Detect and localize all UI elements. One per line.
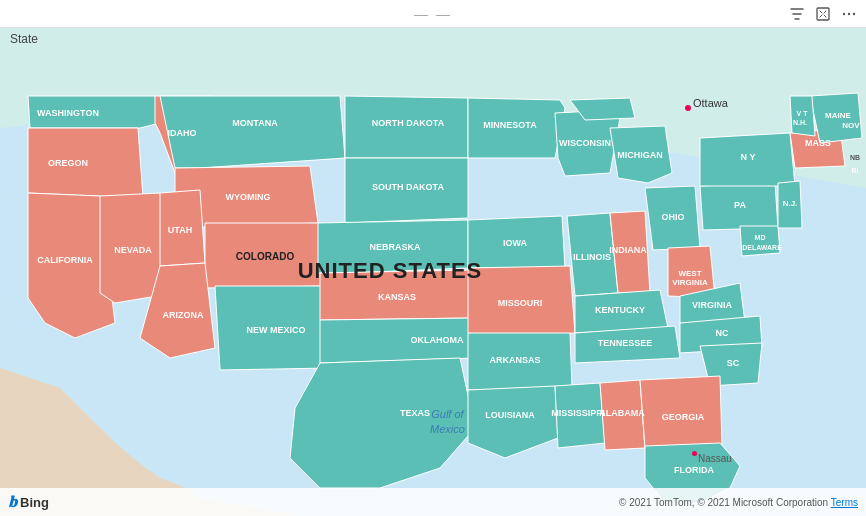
svg-text:SC: SC [727, 358, 740, 368]
svg-text:GEORGIA: GEORGIA [662, 412, 705, 422]
svg-text:NOV: NOV [842, 121, 860, 130]
map-container: — — State [0, 0, 866, 516]
svg-text:NEBRASKA: NEBRASKA [369, 242, 421, 252]
svg-text:CALIFORNIA: CALIFORNIA [37, 255, 93, 265]
svg-text:N.H.: N.H. [793, 119, 807, 126]
svg-text:FLORIDA: FLORIDA [674, 465, 714, 475]
expand-icon[interactable] [814, 5, 832, 23]
svg-text:NC: NC [716, 328, 729, 338]
bing-b-icon: 𝐛 [8, 493, 17, 511]
svg-text:UTAH: UTAH [168, 225, 192, 235]
more-icon[interactable] [840, 5, 858, 23]
drag-handle[interactable]: — — [414, 6, 452, 22]
svg-point-3 [853, 12, 855, 14]
svg-text:TEXAS: TEXAS [400, 408, 430, 418]
svg-text:IOWA: IOWA [503, 238, 527, 248]
svg-text:NEVADA: NEVADA [114, 245, 152, 255]
bing-text: Bing [20, 495, 49, 510]
svg-text:ARIZONA: ARIZONA [163, 310, 204, 320]
nassau-label: Nassau [698, 453, 732, 464]
svg-text:MINNESOTA: MINNESOTA [483, 120, 537, 130]
svg-text:MD: MD [755, 234, 766, 241]
bing-logo: 𝐛 Bing [8, 493, 49, 511]
svg-text:KENTUCKY: KENTUCKY [595, 305, 645, 315]
svg-text:ILLINOIS: ILLINOIS [573, 252, 611, 262]
svg-text:PA: PA [734, 200, 746, 210]
nassau-dot [692, 451, 697, 456]
svg-text:ARKANSAS: ARKANSAS [489, 355, 540, 365]
svg-text:N Y: N Y [741, 152, 756, 162]
copyright-label: © 2021 TomTom, © 2021 Microsoft Corporat… [619, 497, 828, 508]
svg-text:KANSAS: KANSAS [378, 292, 416, 302]
svg-text:WISCONSIN: WISCONSIN [559, 138, 611, 148]
svg-text:NEW MEXICO: NEW MEXICO [246, 325, 305, 335]
svg-text:MONTANA: MONTANA [232, 118, 278, 128]
toolbar-icons [788, 5, 858, 23]
svg-text:MAINE: MAINE [825, 111, 851, 120]
svg-text:INDIANA: INDIANA [609, 245, 647, 255]
bottom-bar: 𝐛 Bing © 2021 TomTom, © 2021 Microsoft C… [0, 488, 866, 516]
svg-point-2 [848, 12, 850, 14]
map-svg-container: WASHINGTON OREGON CALIFORNIA NEVADA IDAH… [0, 28, 866, 516]
svg-text:MICHIGAN: MICHIGAN [617, 150, 663, 160]
svg-text:MISSISSIPPI: MISSISSIPPI [551, 408, 605, 418]
svg-text:IDAHO: IDAHO [168, 128, 197, 138]
toolbar: — — [0, 0, 866, 28]
svg-text:N.J.: N.J. [783, 199, 798, 208]
svg-text:WYOMING: WYOMING [226, 192, 271, 202]
svg-text:NORTH DAKOTA: NORTH DAKOTA [372, 118, 445, 128]
ottawa-label: Ottawa [693, 97, 728, 109]
svg-text:MASS: MASS [805, 138, 831, 148]
svg-text:SOUTH DAKOTA: SOUTH DAKOTA [372, 182, 444, 192]
svg-text:RI: RI [852, 167, 859, 174]
svg-text:LOUISIANA: LOUISIANA [485, 410, 535, 420]
svg-rect-0 [817, 8, 829, 20]
svg-text:WEST: WEST [678, 269, 701, 278]
svg-point-1 [843, 12, 845, 14]
filter-icon[interactable] [788, 5, 806, 23]
terms-link[interactable]: Terms [831, 497, 858, 508]
ottawa-dot [685, 105, 691, 111]
gulf-label: Gulf ofMexico [430, 407, 465, 436]
svg-text:NB: NB [850, 154, 860, 161]
svg-text:V T: V T [797, 110, 809, 117]
svg-text:OHIO: OHIO [661, 212, 684, 222]
svg-text:TENNESSEE: TENNESSEE [598, 338, 653, 348]
svg-text:VIRGINIA: VIRGINIA [672, 278, 708, 287]
svg-text:UNITED STATES: UNITED STATES [298, 258, 483, 283]
copyright-text: © 2021 TomTom, © 2021 Microsoft Corporat… [619, 497, 858, 508]
svg-text:OKLAHOMA: OKLAHOMA [411, 335, 464, 345]
svg-text:WASHINGTON: WASHINGTON [37, 108, 99, 118]
svg-text:ALABAMA: ALABAMA [599, 408, 645, 418]
svg-text:COLORADO: COLORADO [236, 251, 295, 262]
svg-text:VIRGINIA: VIRGINIA [692, 300, 733, 310]
state-field-label: State [10, 32, 38, 46]
svg-text:MISSOURI: MISSOURI [498, 298, 543, 308]
svg-text:DELAWARE: DELAWARE [742, 244, 782, 251]
svg-text:OREGON: OREGON [48, 158, 88, 168]
